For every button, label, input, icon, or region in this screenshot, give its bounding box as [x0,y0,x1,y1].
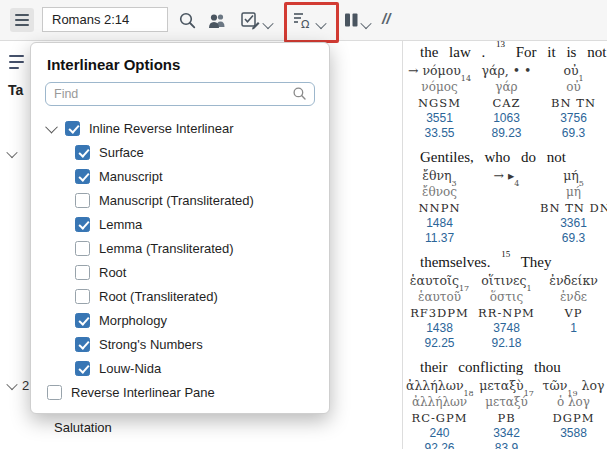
option-morphology[interactable]: Morphology [31,308,329,332]
checkbox[interactable] [75,241,90,256]
manuscript-text: → νόμου14 [406,62,473,79]
checkbox[interactable] [75,289,90,304]
surface-text[interactable]: the law . 13 For it is not [404,43,607,62]
interlinear-group: Gentiles, who do notἔθνη3ἔθνοςNNPN148411… [404,148,607,246]
strongs-number-link[interactable]: 1438 [406,321,473,336]
parallel-passages-button[interactable]: // [382,10,390,27]
lemma-text: γάρ [473,79,540,95]
word-column[interactable]: → ▸4 [473,167,540,246]
word-column[interactable]: γάρ, • •γάρCAZ106389.23 [473,62,540,141]
word-column[interactable]: ἑαυτοῖς17ἑαυτοῦRF3DPM143892.25 [406,272,473,351]
strongs-number-link[interactable]: 1 [540,321,607,336]
louw-nida-link[interactable]: 33.55 [406,126,473,141]
option-louw-nida[interactable]: Louw-Nida [31,356,329,380]
outline-item[interactable]: 2 [8,378,29,393]
morphology-text: PB [473,410,540,426]
louw-nida-link[interactable]: 69.3 [540,231,607,246]
louw-nida-link[interactable]: 11.37 [406,231,473,246]
find-input[interactable] [45,82,315,106]
bible-text-pane[interactable]: the law . 13 For it is not→ νόμου14νόμος… [404,40,607,449]
sidebar-tab-label[interactable]: Ta [8,82,23,98]
surface-text[interactable]: their conflicting thou [404,358,607,377]
option-label: Morphology [99,313,167,328]
word-column[interactable]: τῶν19 λογὁ λογDGPM3588 [540,377,607,449]
option-lemma-transliterated-[interactable]: Lemma (Transliterated) [31,236,329,260]
checkbox[interactable] [75,313,90,328]
option-manuscript-transliterated-[interactable]: Manuscript (Transliterated) [31,188,329,212]
word-column[interactable]: οἵτινες1ὅστιςRR-NPM374892.18 [473,272,540,351]
morphology-text: RC-GPM [406,410,473,426]
columns-button[interactable] [340,9,362,31]
surface-text[interactable]: Gentiles, who do not [404,148,607,167]
option-manuscript[interactable]: Manuscript [31,164,329,188]
word-column[interactable]: → νόμου14νόμοςNGSM355133.55 [406,62,473,141]
word-column[interactable]: οὐ1οὐBN TN375669.3 [540,62,607,141]
columns-dropdown-chevron[interactable] [362,15,372,25]
checkbox[interactable] [75,265,90,280]
word-column[interactable]: ἐνδείκνἐνδεVP1 [540,272,607,351]
option-inline-reverse-interlinear[interactable]: Inline Reverse Interlinear [31,116,329,140]
louw-nida-link[interactable]: 83.9 [473,441,540,449]
word-column[interactable]: μή5μήBN TN DN336169.3 [540,167,607,246]
outline-item[interactable] [8,150,22,158]
louw-nida-link[interactable]: 92.25 [406,336,473,351]
visual-filters-button[interactable] [239,9,261,31]
manuscript-text: μεταξὺ17 [473,377,540,394]
louw-nida-link[interactable]: 69.3 [540,126,607,141]
visual-filters-dropdown-chevron[interactable] [264,15,274,25]
option-lemma[interactable]: Lemma [31,212,329,236]
manuscript-text: τῶν19 λογ [540,377,607,394]
checkbox[interactable] [75,193,90,208]
menu-button[interactable] [10,8,34,32]
people-button[interactable] [206,9,228,31]
checkbox[interactable] [75,145,90,160]
option-label: Root (Transliterated) [99,289,218,304]
checkbox[interactable] [75,217,90,232]
outline-item-salutation[interactable]: Salutation [54,420,112,435]
option-strong-s-numbers[interactable]: Strong's Numbers [31,332,329,356]
strongs-number-link[interactable]: 3551 [406,111,473,126]
chevron-down-icon[interactable] [45,120,58,133]
interlinear-dropdown-chevron[interactable] [317,15,327,25]
strongs-number-link[interactable]: 3748 [473,321,540,336]
morphology-text: VP [540,305,607,321]
search-button[interactable] [176,9,198,31]
checkbox[interactable] [75,337,90,352]
louw-nida-link[interactable]: 92.18 [473,336,540,351]
checkbox[interactable] [75,169,90,184]
manuscript-text: ἑαυτοῖς17 [406,272,473,289]
table-of-contents-icon[interactable] [9,55,25,69]
strongs-number-link[interactable]: 3342 [473,426,540,441]
strongs-number-link[interactable]: 3361 [540,216,607,231]
interlinear-button[interactable]: Ω [291,9,313,31]
louw-nida-link[interactable] [473,231,540,246]
louw-nida-link[interactable]: 92.26 [406,441,473,449]
option-root[interactable]: Root [31,260,329,284]
louw-nida-link[interactable] [540,441,607,449]
strongs-number-link[interactable]: 3588 [540,426,607,441]
reference-input[interactable]: Romans 2:14 [42,7,168,32]
word-column[interactable]: ἀλλήλων18ἀλλήλωνRC-GPM24092.26 [406,377,473,449]
option-label: Lemma (Transliterated) [99,241,234,256]
manuscript-text: οἵτινες1 [473,272,540,289]
strongs-number-link[interactable]: 3756 [540,111,607,126]
checkbox[interactable] [47,385,62,400]
option-surface[interactable]: Surface [31,140,329,164]
strongs-number-link[interactable] [473,216,540,231]
louw-nida-link[interactable] [540,336,607,351]
checkbox[interactable] [75,361,90,376]
logos-app-window: Romans 2:14 [0,0,607,449]
option-reverse-interlinear-pane[interactable]: Reverse Interlinear Pane [31,380,329,404]
checkbox[interactable] [65,121,80,136]
word-column[interactable]: μεταξὺ17μεταξύPB334283.9 [473,377,540,449]
louw-nida-link[interactable]: 89.23 [473,126,540,141]
surface-text[interactable]: themselves. 15 They [404,253,607,272]
word-column[interactable]: ἔθνη3ἔθνοςNNPN148411.37 [406,167,473,246]
panel-title: Interlinear Options [31,43,329,82]
strongs-number-link[interactable]: 1063 [473,111,540,126]
option-root-transliterated-[interactable]: Root (Transliterated) [31,284,329,308]
strongs-number-link[interactable]: 240 [406,426,473,441]
strongs-number-link[interactable]: 1484 [406,216,473,231]
menu-icon [15,14,29,16]
manuscript-text: ἐνδείκν [540,272,607,289]
